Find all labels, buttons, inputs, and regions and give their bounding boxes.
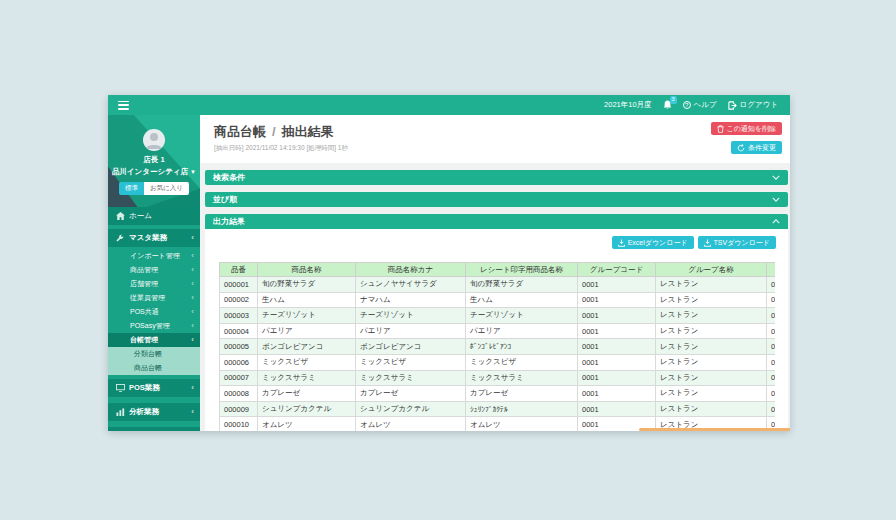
change-conditions-button[interactable]: 条件変更 — [731, 141, 782, 154]
sidebar-item-store-mgmt[interactable]: 店舗管理 ‹ — [108, 277, 200, 291]
sidebar-item-category-ledger[interactable]: 分類台帳 — [108, 347, 200, 361]
download-icon — [618, 239, 625, 247]
page-title: 商品台帳 / 抽出結果 — [214, 123, 790, 141]
cell-item-number: 000009 — [220, 401, 258, 417]
chevron-left-icon: ‹ — [191, 252, 194, 260]
table-row[interactable]: 000008 カプレーゼ カプレーゼ カプレーゼ 0001 レストラン 0 — [220, 386, 776, 402]
chevron-down-icon — [772, 197, 780, 202]
sidebar-item-employee-mgmt[interactable]: 従業員管理 ‹ — [108, 291, 200, 305]
cell-group-name: レストラン — [656, 277, 767, 293]
cell-partial: 0 — [767, 401, 776, 417]
cell-item-number: 000008 — [220, 386, 258, 402]
top-bar: 2021年10月度 3 ? ヘルプ ログアウト — [108, 95, 790, 115]
chevron-left-icon: ‹ — [191, 384, 194, 392]
cell-group-code: 0001 — [578, 401, 656, 417]
table-row[interactable]: 000003 チーズリゾット チーズリゾット チーズリゾット 0001 レストラ… — [220, 308, 776, 324]
download-icon — [704, 239, 711, 247]
cell-item-number: 000001 — [220, 277, 258, 293]
avatar — [143, 129, 165, 151]
cell-product-name: 旬の野菜サラダ — [258, 277, 356, 293]
cell-product-kana: パエリア — [356, 323, 466, 339]
accordion-search-conditions[interactable]: 検索条件 — [205, 170, 788, 185]
output-results-panel: Excelダウンロード TSVダウンロード 品番 商品名称 — [205, 229, 788, 431]
sidebar-item-ledger-mgmt[interactable]: 台帳管理 ‹ — [108, 333, 200, 347]
cell-product-kana: ボンゴレビアンコ — [356, 339, 466, 355]
cell-receipt-name: カプレーゼ — [466, 386, 578, 402]
cell-group-code: 0001 — [578, 339, 656, 355]
tab-standard[interactable]: 標準 — [119, 182, 144, 195]
cell-group-name: レストラン — [656, 308, 767, 324]
sidebar-item-partial[interactable] — [108, 427, 200, 431]
cell-group-name: レストラン — [656, 401, 767, 417]
table-row[interactable]: 000006 ミックスピザ ミックスピザ ミックスピザ 0001 レストラン 0 — [220, 354, 776, 370]
sidebar: 店長 1 品川インターシティ店 ▼ 標準 お気に入り ホーム — [108, 115, 200, 431]
sidebar-item-analysis[interactable]: 分析業務 ‹ — [108, 403, 200, 421]
store-selector[interactable]: 品川インターシティ店 ▼ — [108, 167, 200, 177]
delete-notice-button[interactable]: この通知を削除 — [711, 122, 783, 135]
table-row[interactable]: 000009 シュリンプカクテル シュリンプカクテル ｼｭﾘﾝﾌﾟｶｸﾃﾙ 00… — [220, 401, 776, 417]
logout-label: ログアウト — [740, 100, 778, 110]
table-row[interactable]: 000001 旬の野菜サラダ シュンノヤサイサラダ 旬の野菜サラダ 0001 レ… — [220, 277, 776, 293]
accordion-sort-order[interactable]: 並び順 — [205, 192, 788, 207]
home-icon — [116, 212, 125, 220]
logout-button[interactable]: ログアウト — [728, 100, 778, 110]
sidebar-item-product-ledger[interactable]: 商品台帳 — [108, 361, 200, 375]
col-header-product-name: 商品名称 — [258, 263, 356, 277]
tab-favorite[interactable]: お気に入り — [144, 182, 189, 195]
cell-group-code: 0001 — [578, 292, 656, 308]
cell-receipt-name: 旬の野菜サラダ — [466, 277, 578, 293]
cell-receipt-name: チーズリゾット — [466, 308, 578, 324]
cell-product-name: 生ハム — [258, 292, 356, 308]
cell-product-kana: カプレーゼ — [356, 386, 466, 402]
sidebar-item-master[interactable]: マスタ業務 ‹ — [108, 229, 200, 247]
bar-chart-icon — [116, 408, 125, 416]
chevron-left-icon: ‹ — [191, 308, 194, 316]
table-row[interactable]: 000005 ボンゴレビアンコ ボンゴレビアンコ ﾎﾞﾝｺﾞﾚﾋﾞｱﾝｺ 000… — [220, 339, 776, 355]
horizontal-scrollbar[interactable] — [639, 428, 790, 431]
breadcrumb-separator: / — [272, 124, 276, 139]
cell-group-code: 0001 — [578, 308, 656, 324]
cell-group-name: レストラン — [656, 292, 767, 308]
cell-group-name: レストラン — [656, 323, 767, 339]
sidebar-item-import[interactable]: インポート管理 ‹ — [108, 249, 200, 263]
cell-item-number: 000003 — [220, 308, 258, 324]
col-header-group-name: グループ名称 — [656, 263, 767, 277]
results-table: 品番 商品名称 商品名称カナ レシート印字用商品名称 グループコード グループ名… — [219, 262, 775, 431]
wrench-icon — [116, 234, 125, 242]
cell-product-kana: ミックスピザ — [356, 354, 466, 370]
cell-partial: 0 — [767, 323, 776, 339]
page-header: 商品台帳 / 抽出結果 [抽出日時] 2021/11/02 14:19:30 [… — [200, 115, 790, 163]
cell-product-kana: オムレツ — [356, 417, 466, 431]
chevron-left-icon: ‹ — [191, 408, 194, 416]
sidebar-item-posasy-mgmt[interactable]: POSasy管理 ‹ — [108, 319, 200, 333]
sidebar-item-pos-work[interactable]: POS業務 ‹ — [108, 379, 200, 397]
cell-group-code: 0001 — [578, 386, 656, 402]
app-window: 2021年10月度 3 ? ヘルプ ログアウト — [108, 95, 790, 431]
notification-bell-icon[interactable]: 3 — [663, 100, 672, 110]
help-icon: ? — [683, 101, 691, 109]
desktop-background: 2021年10月度 3 ? ヘルプ ログアウト — [0, 0, 896, 520]
cell-group-code: 0001 — [578, 354, 656, 370]
sidebar-item-product-mgmt[interactable]: 商品管理 ‹ — [108, 263, 200, 277]
sidebar-item-pos-common[interactable]: POS共通 ‹ — [108, 305, 200, 319]
cell-group-code: 0001 — [578, 370, 656, 386]
main-content: 商品台帳 / 抽出結果 [抽出日時] 2021/11/02 14:19:30 [… — [200, 115, 790, 431]
table-row[interactable]: 000004 パエリア パエリア パエリア 0001 レストラン 0 — [220, 323, 776, 339]
sidebar-item-home[interactable]: ホーム — [108, 207, 200, 225]
menu-toggle-icon[interactable] — [118, 101, 129, 110]
cell-item-number: 000006 — [220, 354, 258, 370]
table-row[interactable]: 000002 生ハム ナマハム 生ハム 0001 レストラン 0 — [220, 292, 776, 308]
chevron-up-icon — [772, 219, 780, 224]
results-table-container: 品番 商品名称 商品名称カナ レシート印字用商品名称 グループコード グループ名… — [219, 262, 775, 431]
help-button[interactable]: ? ヘルプ — [683, 100, 717, 110]
cell-group-name: レストラン — [656, 370, 767, 386]
refresh-icon — [737, 144, 745, 152]
tsv-download-button[interactable]: TSVダウンロード — [698, 236, 776, 249]
table-row[interactable]: 000007 ミックスサラミ ミックスサラミ ミックスサラミ 0001 レストラ… — [220, 370, 776, 386]
cell-product-name: チーズリゾット — [258, 308, 356, 324]
excel-download-button[interactable]: Excelダウンロード — [612, 236, 694, 249]
accordion-output-results[interactable]: 出力結果 — [205, 214, 788, 229]
fiscal-period[interactable]: 2021年10月度 — [604, 100, 652, 110]
chevron-left-icon: ‹ — [191, 294, 194, 302]
chevron-down-icon — [772, 175, 780, 180]
